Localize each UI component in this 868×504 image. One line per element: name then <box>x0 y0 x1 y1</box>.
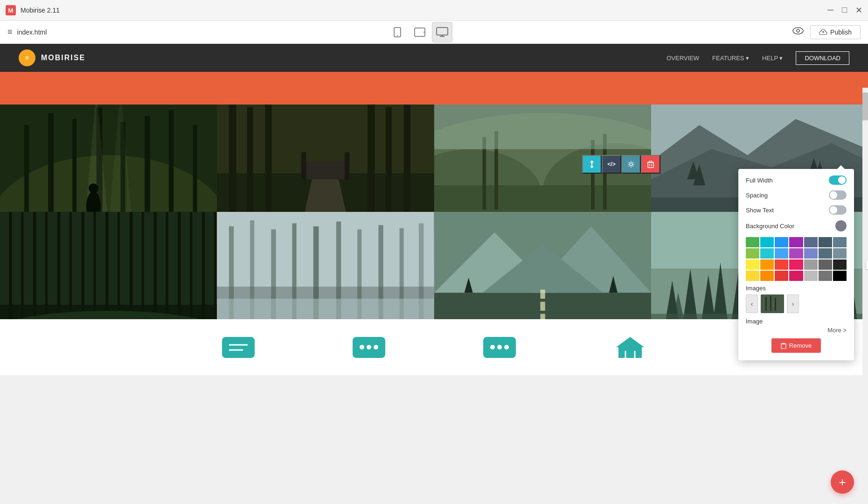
color-swatch-green[interactable] <box>746 237 759 247</box>
color-swatch-blue-gray[interactable] <box>819 237 832 247</box>
remove-label: Remove <box>789 342 812 349</box>
color-swatch-dark-red[interactable] <box>775 271 788 281</box>
show-text-row: Show Text <box>746 205 847 215</box>
color-swatch-dark-orange[interactable] <box>760 271 774 281</box>
spacing-toggle[interactable] <box>829 190 847 200</box>
desktop-view-button[interactable] <box>432 22 452 42</box>
color-swatch-light-yellow[interactable] <box>746 271 759 281</box>
color-swatch-yellow[interactable] <box>746 259 759 270</box>
svg-rect-20 <box>24 125 29 212</box>
edit-code-button[interactable]: </> <box>602 155 621 174</box>
color-swatch-almost-black[interactable] <box>833 259 847 270</box>
color-swatch-indigo[interactable] <box>804 248 818 259</box>
svg-point-130 <box>360 345 364 350</box>
nav-download-button[interactable]: DOWNLOAD <box>796 51 849 65</box>
svg-rect-146 <box>761 294 784 313</box>
mobile-view-button[interactable] <box>387 22 408 42</box>
color-swatch-blue[interactable] <box>775 237 788 247</box>
svg-rect-25 <box>145 116 150 212</box>
minimize-icon[interactable]: ─ <box>827 5 833 15</box>
svg-rect-145 <box>649 161 652 162</box>
cloud-upload-icon <box>819 29 827 35</box>
color-swatch-light-cyan[interactable] <box>760 248 774 259</box>
svg-point-9 <box>793 28 803 34</box>
tablet-view-button[interactable] <box>410 22 430 42</box>
add-block-fab[interactable]: + <box>831 470 854 494</box>
file-name-label: index.html <box>17 28 47 36</box>
palette-row-2 <box>746 248 847 259</box>
image-thumbnail-1[interactable] <box>761 294 784 313</box>
maximize-icon[interactable]: □ <box>842 5 847 15</box>
move-block-button[interactable] <box>582 155 602 174</box>
svg-rect-43 <box>345 152 349 179</box>
publish-button[interactable]: Publish <box>810 25 861 39</box>
color-swatch-red[interactable] <box>775 259 788 270</box>
color-swatch-medium-gray2[interactable] <box>819 271 832 281</box>
svg-rect-51 <box>591 140 595 210</box>
show-text-toggle[interactable] <box>829 205 847 215</box>
show-text-label: Show Text <box>746 207 774 214</box>
trash-icon-small <box>781 343 786 349</box>
svg-text:M: M <box>8 7 14 14</box>
svg-rect-107 <box>540 302 545 311</box>
full-width-toggle[interactable] <box>829 175 847 185</box>
svg-rect-35 <box>229 105 236 212</box>
svg-rect-26 <box>169 110 174 212</box>
svg-rect-108 <box>540 314 545 319</box>
top-toolbar: ≡ index.html <box>0 21 868 44</box>
bottom-icon-2 <box>350 335 388 360</box>
spacing-row: Spacing <box>746 190 847 200</box>
next-image-button[interactable]: › <box>787 294 799 313</box>
svg-rect-67 <box>33 212 36 319</box>
background-color-swatch[interactable] <box>835 220 847 231</box>
color-swatch-purple[interactable] <box>789 237 803 247</box>
color-swatch-cyan[interactable] <box>760 237 774 247</box>
svg-point-134 <box>490 345 495 350</box>
svg-rect-38 <box>368 105 375 212</box>
preview-button[interactable] <box>792 27 804 37</box>
close-icon[interactable]: ✕ <box>855 5 862 15</box>
color-swatch-orange[interactable] <box>760 259 774 270</box>
remove-button[interactable]: Remove <box>771 338 821 353</box>
nav-link-features[interactable]: FEATURES ▾ <box>712 55 749 62</box>
nav-link-help[interactable]: HELP ▾ <box>762 55 783 62</box>
color-swatch-black[interactable] <box>833 271 847 281</box>
color-swatch-light-blue[interactable] <box>775 248 788 259</box>
color-swatch-gray[interactable]: #553982 <box>833 237 847 247</box>
svg-rect-73 <box>105 212 108 319</box>
color-swatch-pink[interactable] <box>789 259 803 270</box>
color-swatch-dark-pink[interactable] <box>789 271 803 281</box>
color-swatch-medium-gray[interactable] <box>833 248 847 259</box>
svg-rect-76 <box>142 212 144 319</box>
color-swatch-light-green[interactable] <box>746 248 759 259</box>
color-swatch-light-gray[interactable] <box>804 259 818 270</box>
app-logo-icon: M <box>6 5 16 15</box>
color-swatch-medium-dark-gray[interactable] <box>819 259 832 270</box>
delete-block-button[interactable] <box>641 155 660 174</box>
svg-rect-6 <box>437 28 448 35</box>
trash-icon <box>647 161 654 168</box>
color-swatch-very-light-gray[interactable] <box>804 271 818 281</box>
svg-rect-148 <box>770 296 771 311</box>
svg-rect-66 <box>21 212 23 319</box>
more-link[interactable]: More > <box>746 327 847 334</box>
gallery-cell-1 <box>0 105 217 212</box>
app-title: Mobirise 2.11 <box>21 7 60 14</box>
nav-link-overview[interactable]: OVERVIEW <box>667 55 699 62</box>
title-bar-controls[interactable]: ─ □ ✕ <box>827 5 862 15</box>
settings-button[interactable] <box>621 155 641 174</box>
svg-rect-53 <box>434 105 651 149</box>
color-swatch-light-purple[interactable] <box>789 248 803 259</box>
scrollbar-track[interactable] <box>862 88 868 504</box>
hamburger-menu-button[interactable]: ≡ <box>7 27 13 37</box>
color-palette-area: #553982 <box>746 237 847 281</box>
toolbar-right: Publish <box>792 25 861 39</box>
color-swatch-slate[interactable] <box>804 237 818 247</box>
prev-image-button[interactable]: ‹ <box>746 294 758 313</box>
svg-rect-81 <box>202 212 205 319</box>
svg-rect-37 <box>265 105 272 212</box>
scrollbar-thumb[interactable] <box>862 92 868 120</box>
title-bar: M Mobirise 2.11 ─ □ ✕ <box>0 0 868 21</box>
color-swatch-dark-gray[interactable] <box>819 248 832 259</box>
icon-item-2 <box>350 335 388 360</box>
